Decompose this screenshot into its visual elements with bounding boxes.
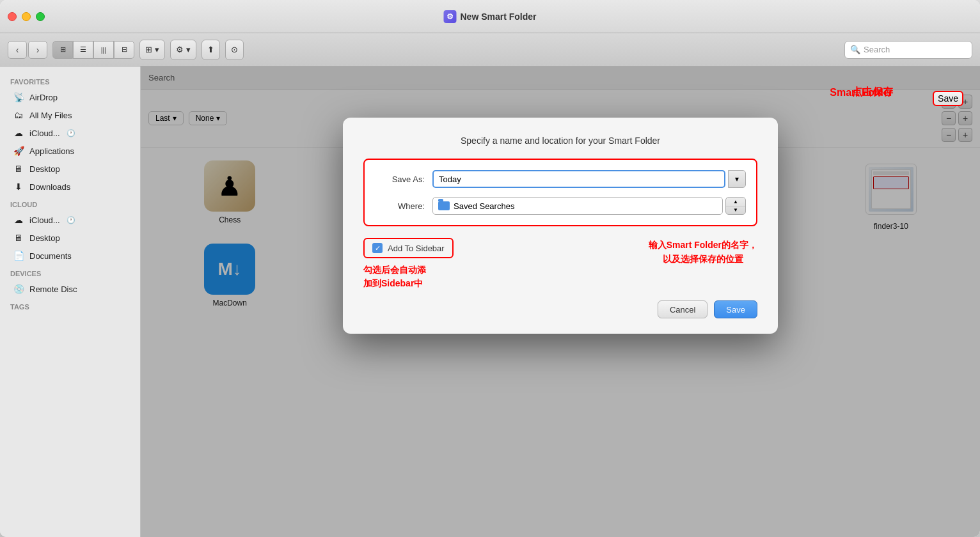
where-stepper[interactable]: ▲ ▼ <box>725 197 746 215</box>
save-button[interactable]: Save <box>714 300 757 318</box>
tags-button[interactable]: ⊙ <box>225 40 244 60</box>
content-area: Search Last ▾ None ▾ − + <box>141 66 980 537</box>
share-icon: ⬆ <box>207 45 214 54</box>
group-chevron: ▾ <box>155 45 159 54</box>
save-smart-folder-dialog: Specify a name and location for your Sma… <box>343 118 778 334</box>
stepper-up[interactable]: ▲ <box>726 198 745 206</box>
annotation-save-btn-area: Save <box>933 91 963 106</box>
action-chevron: ▾ <box>186 45 191 54</box>
top-save-button[interactable]: Save <box>933 91 963 106</box>
view-buttons: ⊞ ☰ ||| ⊟ <box>52 41 134 59</box>
forward-button[interactable]: › <box>28 41 47 59</box>
checkbox-section: ✓ Add To Sidebar 勾选后会自动添 加到Sidebar中 <box>363 238 454 290</box>
desktop2-icon: 🖥 <box>13 232 24 244</box>
titlebar: ⚙ New Smart Folder <box>0 0 980 33</box>
where-select[interactable]: Saved Searches <box>432 197 723 215</box>
column-view-button[interactable]: ||| <box>93 41 114 59</box>
icloud-badge: 🕐 <box>67 129 75 137</box>
main-area: Favorites 📡 AirDrop 🗂 All My Files ☁ iCl… <box>0 66 980 537</box>
input-hint: 输入Smart Folder的名字， 以及选择保存的位置 <box>649 238 757 267</box>
modal-backdrop: 点击保存 Smart Folder Save Specify a name an… <box>141 66 980 537</box>
annotation-save: 点击保存 Smart Folder <box>830 86 893 98</box>
allfiles-icon: 🗂 <box>13 109 24 121</box>
sidebar-item-icloud[interactable]: ☁ iCloud... 🕐 <box>3 124 138 142</box>
close-button[interactable] <box>8 12 17 21</box>
downloads-icon: ⬇ <box>13 181 24 192</box>
remotedisc-icon: 💿 <box>13 283 24 295</box>
applications-icon: 🚀 <box>13 145 24 157</box>
save-as-input[interactable] <box>432 170 725 188</box>
group-icon: ⊞ <box>145 45 152 54</box>
smart-folder-icon: ⚙ <box>443 10 456 23</box>
save-as-dropdown[interactable]: ▾ <box>728 170 746 188</box>
icon-view-button[interactable]: ⊞ <box>52 41 73 59</box>
save-as-label: Save As: <box>375 175 432 184</box>
annotation-smart-folder-text: Smart Folder <box>830 87 893 98</box>
folder-icon <box>438 201 450 210</box>
where-field: Where: Saved Searches ▲ ▼ <box>375 197 746 215</box>
tags-icon: ⊙ <box>231 45 238 54</box>
desktop-icon: 🖥 <box>13 163 24 175</box>
favorites-header: Favorites <box>0 73 140 88</box>
cancel-button[interactable]: Cancel <box>658 300 707 318</box>
action-button[interactable]: ⚙ ▾ <box>170 40 196 60</box>
search-bar[interactable]: 🔍 Search <box>844 41 972 59</box>
sidebar-item-allfiles[interactable]: 🗂 All My Files <box>3 106 138 124</box>
modal-actions: Cancel Save <box>363 300 757 318</box>
sidebar: Favorites 📡 AirDrop 🗂 All My Files ☁ iCl… <box>0 66 141 537</box>
modal-title: Specify a name and location for your Sma… <box>363 136 757 146</box>
group-button[interactable]: ⊞ ▾ <box>139 40 165 60</box>
icloud-icon: ☁ <box>13 127 24 139</box>
cover-view-button[interactable]: ⊟ <box>114 41 134 59</box>
icloud2-icon: ☁ <box>13 214 24 226</box>
gear-icon: ⚙ <box>176 45 184 54</box>
icloud2-badge: 🕐 <box>67 216 75 224</box>
finder-window: ⚙ New Smart Folder ‹ › ⊞ ☰ ||| ⊟ ⊞ ▾ ⚙ ▾… <box>0 0 980 537</box>
tags-header: Tags <box>0 298 140 313</box>
where-label: Where: <box>375 201 432 211</box>
sidebar-item-desktop[interactable]: 🖥 Desktop <box>3 160 138 178</box>
modal-form: Save As: ▾ Where: Saved Searches <box>363 159 757 226</box>
sidebar-item-airdrop[interactable]: 📡 AirDrop <box>3 88 138 106</box>
icloud-header: iCloud <box>0 196 140 211</box>
add-to-sidebar-checkbox[interactable]: ✓ <box>372 243 383 253</box>
sidebar-item-downloads[interactable]: ⬇ Downloads <box>3 178 138 196</box>
save-as-field: Save As: ▾ <box>375 170 746 188</box>
sidebar-item-remotedisc[interactable]: 💿 Remote Disc <box>3 280 138 298</box>
list-view-button[interactable]: ☰ <box>73 41 93 59</box>
airdrop-icon: 📡 <box>13 91 24 103</box>
sidebar-item-documents[interactable]: 📄 Documents <box>3 247 138 265</box>
checkbox-annotation-row: ✓ Add To Sidebar 勾选后会自动添 加到Sidebar中 输入Sm… <box>363 238 757 290</box>
window-title: ⚙ New Smart Folder <box>443 10 536 23</box>
sidebar-item-applications[interactable]: 🚀 Applications <box>3 142 138 160</box>
modal-wrapper: 点击保存 Smart Folder Save Specify a name an… <box>343 118 778 334</box>
stepper-down[interactable]: ▼ <box>726 206 745 215</box>
sidebar-hint: 勾选后会自动添 加到Sidebar中 <box>363 263 454 290</box>
minimize-button[interactable] <box>22 12 31 21</box>
back-button[interactable]: ‹ <box>8 41 27 59</box>
toolbar: ‹ › ⊞ ☰ ||| ⊟ ⊞ ▾ ⚙ ▾ ⬆ ⊙ 🔍 Search <box>0 33 980 66</box>
sidebar-item-icloud2[interactable]: ☁ iCloud... 🕐 <box>3 211 138 229</box>
add-to-sidebar-label: Add To Sidebar <box>388 244 445 253</box>
documents-icon: 📄 <box>13 250 24 261</box>
devices-header: Devices <box>0 265 140 280</box>
nav-buttons: ‹ › <box>8 41 47 59</box>
sidebar-item-desktop2[interactable]: 🖥 Desktop <box>3 229 138 247</box>
search-icon: 🔍 <box>850 45 860 54</box>
checkbox-container[interactable]: ✓ Add To Sidebar <box>363 238 454 258</box>
traffic-lights <box>8 12 45 21</box>
share-button[interactable]: ⬆ <box>202 40 220 60</box>
maximize-button[interactable] <box>36 12 45 21</box>
